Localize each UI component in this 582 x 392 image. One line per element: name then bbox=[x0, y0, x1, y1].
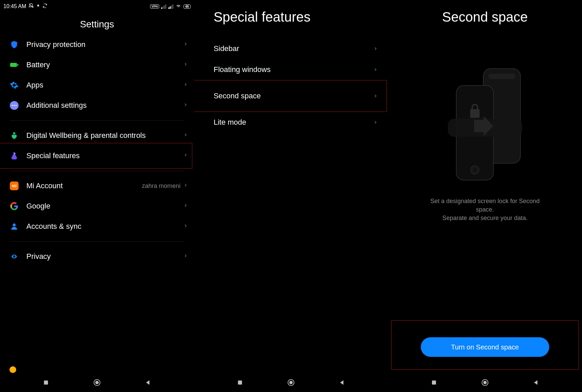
svg-point-17 bbox=[290, 381, 292, 384]
battery-row-icon bbox=[9, 60, 19, 70]
svg-point-10 bbox=[13, 223, 16, 226]
nav-bar bbox=[194, 373, 388, 392]
nav-home-button[interactable] bbox=[93, 378, 101, 387]
sync-icon bbox=[43, 3, 47, 9]
page-title: Special features bbox=[194, 0, 388, 38]
svg-rect-12 bbox=[44, 381, 48, 385]
wellbeing-icon bbox=[9, 131, 19, 140]
chevron-right-icon bbox=[183, 253, 188, 260]
chevron-right-icon bbox=[373, 44, 378, 53]
svg-rect-21 bbox=[470, 109, 480, 118]
row-label: Floating windows bbox=[214, 65, 373, 74]
chevron-right-icon bbox=[183, 203, 188, 209]
chevron-right-icon bbox=[183, 42, 188, 48]
row-label: Sidebar bbox=[214, 44, 373, 53]
shield-icon bbox=[9, 40, 19, 49]
nav-bar bbox=[0, 373, 194, 392]
location-icon bbox=[36, 3, 41, 9]
svg-point-4 bbox=[14, 105, 15, 106]
user-icon bbox=[9, 222, 19, 231]
row-additional-settings[interactable]: Additional settings bbox=[0, 95, 194, 116]
dots-icon bbox=[9, 101, 19, 110]
row-label: Digital Wellbeing & parental controls bbox=[26, 131, 183, 140]
divider bbox=[9, 120, 185, 121]
google-icon bbox=[9, 201, 19, 211]
svg-point-3 bbox=[12, 105, 13, 106]
row-label: Lite mode bbox=[214, 118, 373, 127]
chevron-right-icon bbox=[373, 92, 378, 100]
row-label: Second space bbox=[214, 92, 373, 100]
row-label: Accounts & sync bbox=[26, 222, 183, 231]
row-apps[interactable]: Apps bbox=[0, 75, 194, 95]
svg-text:mi: mi bbox=[12, 183, 17, 188]
svg-rect-15 bbox=[238, 381, 242, 385]
row-label: Apps bbox=[26, 80, 183, 90]
nav-recent-button[interactable] bbox=[430, 378, 438, 387]
row-digital-wellbeing[interactable]: Digital Wellbeing & parental controls bbox=[0, 125, 194, 146]
nav-bar bbox=[388, 373, 582, 392]
row-label: Google bbox=[26, 201, 183, 211]
row-second-space[interactable]: Second space bbox=[194, 80, 388, 112]
row-label: Battery bbox=[26, 60, 183, 70]
special-features-screen: Special features Sidebar Floating window… bbox=[194, 0, 388, 392]
second-space-screen: Second space Set a designated screen loc… bbox=[388, 0, 582, 392]
svg-point-5 bbox=[16, 105, 17, 106]
phones-illustration-icon bbox=[444, 65, 526, 183]
row-label: Mi Account bbox=[26, 181, 142, 191]
hero-area: Set a designated screen lock for Second … bbox=[388, 38, 582, 337]
row-google[interactable]: Google bbox=[0, 196, 194, 216]
row-sidebar[interactable]: Sidebar bbox=[194, 38, 388, 59]
gear-icon bbox=[9, 80, 19, 90]
row-label: Special features bbox=[26, 151, 183, 161]
page-title: Settings bbox=[0, 13, 194, 34]
svg-rect-1 bbox=[17, 64, 18, 66]
svg-rect-0 bbox=[10, 63, 17, 67]
wifi-icon bbox=[175, 3, 181, 10]
row-battery[interactable]: Battery bbox=[0, 55, 194, 75]
row-label: Additional settings bbox=[26, 101, 183, 110]
chevron-right-icon bbox=[183, 223, 188, 229]
svg-point-26 bbox=[484, 381, 486, 384]
nav-recent-button[interactable] bbox=[42, 378, 50, 387]
row-lite-mode[interactable]: Lite mode bbox=[194, 112, 388, 133]
row-privacy[interactable]: Privacy bbox=[0, 246, 194, 267]
flask-icon bbox=[9, 151, 19, 161]
row-label: Privacy bbox=[26, 252, 183, 261]
battery-icon: 46 bbox=[184, 4, 191, 9]
nav-recent-button[interactable] bbox=[236, 378, 244, 387]
svg-point-14 bbox=[96, 381, 98, 384]
row-floating-windows[interactable]: Floating windows bbox=[194, 59, 388, 80]
signal1-icon bbox=[161, 4, 166, 9]
chevron-right-icon bbox=[373, 118, 378, 127]
chevron-right-icon bbox=[183, 153, 188, 159]
settings-list: Privacy protection Battery Apps Addition… bbox=[0, 34, 194, 373]
status-time: 10:45 AM bbox=[3, 3, 26, 9]
eye-icon bbox=[9, 252, 19, 261]
row-sublabel: zahra momeni bbox=[142, 182, 180, 190]
nav-back-button[interactable] bbox=[532, 378, 540, 387]
row-privacy-protection[interactable]: Privacy protection bbox=[0, 34, 194, 55]
chevron-right-icon bbox=[183, 82, 188, 88]
nav-back-button[interactable] bbox=[338, 378, 346, 387]
status-bar: 10:45 AM VPN 46 bbox=[0, 0, 194, 13]
nav-home-button[interactable] bbox=[287, 378, 295, 387]
signal2-icon bbox=[168, 4, 173, 9]
mi-icon: mi bbox=[9, 181, 19, 191]
svg-rect-24 bbox=[432, 381, 436, 385]
svg-point-7 bbox=[15, 153, 16, 154]
nav-home-button[interactable] bbox=[481, 378, 489, 387]
turn-on-second-space-button[interactable]: Turn on Second space bbox=[421, 337, 549, 357]
divider bbox=[9, 171, 185, 171]
settings-screen: 10:45 AM VPN 46 Settings bbox=[0, 0, 194, 392]
row-accounts-sync[interactable]: Accounts & sync bbox=[0, 216, 194, 237]
row-special-features[interactable]: Special features bbox=[0, 146, 194, 166]
row-peek-icon bbox=[9, 366, 16, 373]
page-title: Second space bbox=[388, 0, 582, 38]
row-mi-account[interactable]: mi Mi Account zahra momeni bbox=[0, 176, 194, 196]
nav-back-button[interactable] bbox=[144, 378, 152, 387]
svg-point-11 bbox=[14, 256, 15, 257]
chevron-right-icon bbox=[183, 183, 188, 189]
cta-wrap: Turn on Second space bbox=[388, 337, 582, 373]
divider bbox=[9, 241, 185, 242]
chevron-right-icon bbox=[183, 62, 188, 68]
